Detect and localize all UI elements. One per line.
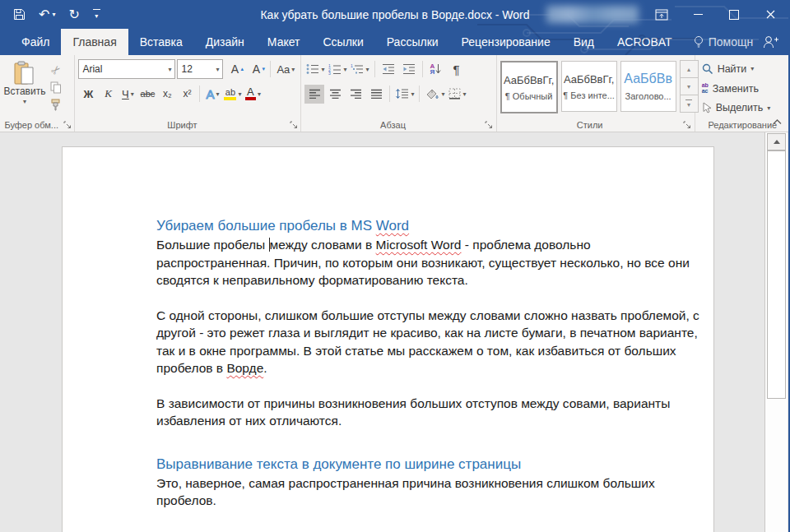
line-spacing-button[interactable]: ▾ [393,85,416,104]
tab-review[interactable]: Рецензирование [450,29,562,55]
align-right-icon [350,89,362,99]
maximize-icon [729,10,739,20]
sort-icon: А Я [430,63,435,75]
style-card-heading[interactable]: АаБбВв Заголово... [620,61,676,112]
subscript-button[interactable]: x₂ [157,85,177,104]
paste-dropdown-caret[interactable]: ▾ [23,98,26,105]
strikethrough-button[interactable]: abc [137,85,157,104]
customize-quick-access-button[interactable]: ▾ [93,9,100,20]
lightbulb-icon [694,35,704,49]
bold-button[interactable]: Ж [78,85,98,104]
cut-scissors-icon[interactable]: ✂ [48,62,64,78]
undo-button[interactable]: ↶ ▾ [39,8,55,21]
highlight-color-button[interactable]: ab ▾ [222,85,243,104]
clipboard-group: Вставить ▾ ✂ Буфер обм... [0,55,75,132]
multilevel-list-button[interactable]: 1 ▾ [349,60,370,79]
styles-dialog-launcher[interactable] [683,120,692,129]
borders-button[interactable]: ▾ [447,85,467,104]
shading-button[interactable]: ▾ [423,85,446,104]
underline-caret[interactable]: ▾ [131,90,134,98]
scrollbar-thumb[interactable] [767,150,786,399]
user-account-blurred [546,6,639,23]
show-paragraph-marks-button[interactable]: ¶ [447,60,467,79]
document-page[interactable]: Убираем большие пробелы в MS Word Больши… [62,146,714,532]
numbering-button[interactable]: 123 ▾ [327,60,348,79]
align-center-button[interactable] [325,85,345,104]
change-case-button[interactable]: Aa▾ [275,60,296,79]
find-button[interactable]: Найти ▾ [699,60,787,78]
scrollbar-up-button[interactable] [767,133,786,150]
font-size-combo[interactable]: 12 ▾ [177,59,223,79]
replace-button[interactable]: ab ac Заменить [699,80,787,98]
text-effects-icon: А [206,87,214,101]
increase-indent-button[interactable] [399,60,419,79]
copy-icon[interactable] [50,81,62,94]
undo-dropdown-caret[interactable]: ▾ [52,12,55,18]
tab-layout[interactable]: Макет [256,29,312,55]
tab-view[interactable]: Вид [562,29,606,55]
style-card-no-spacing[interactable]: АаБбВвГг, ¶ Без инте... [561,61,617,112]
text-effects-button[interactable]: А ▾ [202,85,222,104]
minimize-icon [694,14,703,15]
font-size-value: 12 [181,63,192,75]
close-button[interactable] [752,0,788,29]
maximize-button[interactable] [716,0,752,29]
tab-file[interactable]: Файл [10,29,61,55]
align-right-button[interactable] [346,85,365,104]
tab-home[interactable]: Главная [61,29,128,55]
font-color-button[interactable]: А ▾ [243,85,263,104]
font-dialog-launcher[interactable] [289,120,298,129]
increase-indent-icon [402,63,416,75]
select-button[interactable]: Выделить ▾ [699,99,787,117]
minimize-button[interactable] [680,0,716,29]
shrink-font-button[interactable]: А▾ [246,60,266,79]
share-sign-in-person-icon[interactable] [763,35,778,49]
decrease-indent-button[interactable] [379,60,398,79]
justify-button[interactable] [366,85,386,104]
select-caret[interactable]: ▾ [767,104,770,112]
find-caret[interactable]: ▾ [750,65,754,72]
tab-insert[interactable]: Вставка [128,29,194,55]
vertical-scrollbar[interactable] [764,132,788,532]
ribbon-display-options-button[interactable] [644,0,680,29]
chevron-up-icon [773,119,782,125]
tab-mailings[interactable]: Рассылки [375,29,450,55]
document-heading-2: Выравнивание текста в документе по ширин… [156,456,699,474]
align-left-button[interactable] [304,85,324,104]
styles-gallery: АаБбВвГг, ¶ Обычный АаБбВвГг, ¶ Без инте… [500,58,676,117]
tab-row-right-icons [763,29,790,55]
shrink-font-arrow-icon: ▾ [263,66,266,72]
find-label: Найти [718,63,747,75]
paragraph-4: Это, наверное, самая распространенная пр… [156,474,699,510]
format-painter-icon[interactable] [50,99,62,111]
tab-design[interactable]: Дизайн [194,29,256,55]
font-name-combo[interactable]: Arial ▾ [78,59,175,79]
align-left-icon [309,89,321,99]
window-controls [644,0,788,29]
ribbon-tab-row: Файл Главная Вставка Дизайн Макет Ссылки… [0,29,790,55]
tell-me-help-tab[interactable]: Помощн [684,29,764,55]
grow-font-button[interactable]: А▴ [225,60,244,79]
style-label: Заголово... [625,91,672,101]
replace-icon: ab ac [702,83,709,94]
superscript-button[interactable]: x² [177,85,197,104]
bullets-icon [306,63,319,75]
bullets-button[interactable]: ▾ [304,60,326,79]
font-size-caret: ▾ [211,66,219,73]
tab-acrobat[interactable]: ACROBAT [606,29,684,55]
collapse-ribbon-button[interactable] [770,116,783,127]
title-bar: ↶ ▾ ↻ ▾ Как убрать большие пробелы в Вор… [0,0,790,29]
paste-button[interactable]: Вставить ▾ [3,58,46,117]
underline-button[interactable]: Ч▾ [118,85,137,104]
sort-button[interactable]: А Я [426,60,446,79]
tab-references[interactable]: Ссылки [311,29,374,55]
style-card-normal[interactable]: АаБбВвГг, ¶ Обычный [500,61,558,113]
customize-caret-icon: ▾ [95,13,98,20]
paragraph-dialog-launcher[interactable] [485,120,494,129]
style-label: ¶ Обычный [505,91,553,101]
italic-button[interactable]: К [98,85,118,104]
clipboard-dialog-launcher[interactable] [63,120,72,129]
scroll-up-arrow-icon [774,140,780,144]
save-button[interactable] [13,8,26,21]
redo-button[interactable]: ↻ [68,8,79,21]
